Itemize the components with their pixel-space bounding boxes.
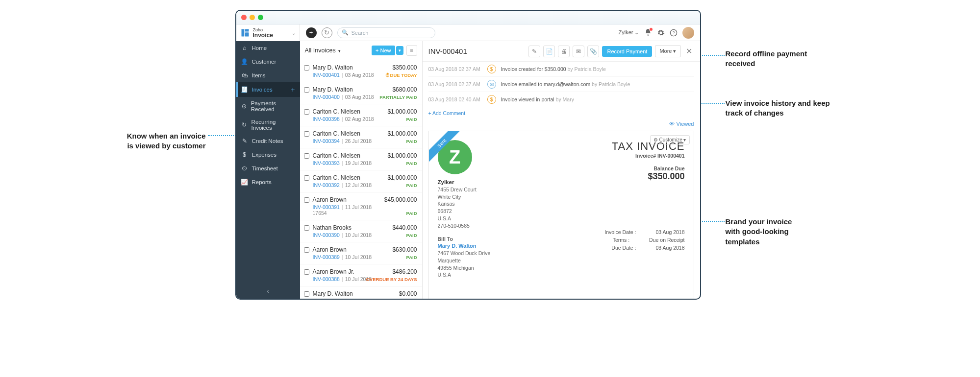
bill-to: Bill To Mary D. Walton 7467 Wood Duck Dr… bbox=[438, 236, 491, 279]
invoice-title-block: TAX INVOICE Invoice# INV-000401 Balance … bbox=[612, 140, 685, 279]
sidebar-item-payments-received[interactable]: ⊙Payments Received bbox=[236, 97, 300, 116]
row-checkbox[interactable] bbox=[304, 65, 309, 71]
invoice-row[interactable]: Carlton C. Nielsen$1,000.000INV-000393|1… bbox=[300, 148, 422, 170]
app-window: ZohoInvoice ⌄ ⌂Home👤Customer🛍Items🧾Invoi… bbox=[235, 10, 701, 300]
eye-icon: 👁 bbox=[669, 121, 675, 127]
org-switcher[interactable]: Zylker ⌄ bbox=[618, 29, 639, 36]
user-avatar[interactable] bbox=[682, 27, 694, 39]
history-icon: ✉ bbox=[487, 80, 496, 89]
more-dropdown[interactable]: More ▾ bbox=[655, 45, 680, 57]
nav-icon: $ bbox=[241, 151, 248, 158]
sidebar-item-expenses[interactable]: $Expenses bbox=[236, 148, 300, 162]
row-checkbox[interactable] bbox=[304, 175, 309, 181]
new-invoice-dropdown[interactable]: ▾ bbox=[396, 46, 403, 55]
sidebar-item-items[interactable]: 🛍Items bbox=[236, 69, 300, 82]
invoice-list-pane: All Invoices ▾ + New ▾ ≡ Mary D. Walton$… bbox=[300, 41, 423, 299]
list-view-toggle[interactable]: ≡ bbox=[406, 45, 417, 56]
sidebar-item-timesheet[interactable]: ⏲Timesheet bbox=[236, 162, 300, 175]
history-icon: $ bbox=[487, 95, 496, 104]
window-close[interactable] bbox=[241, 15, 247, 20]
row-checkbox[interactable] bbox=[304, 153, 309, 159]
invoice-row[interactable]: Aaron Brown Jr.$486.200INV-000388|10 Jul… bbox=[300, 264, 422, 286]
invoice-meta: Invoice Date :03 Aug 2018Terms :Due on R… bbox=[604, 229, 684, 253]
print-button[interactable]: 🖨 bbox=[558, 46, 570, 57]
company-address: Zylker 7455 Drew CourtWhite CityKansas66… bbox=[438, 178, 491, 229]
quick-add-button[interactable]: + bbox=[306, 27, 317, 38]
add-icon[interactable]: + bbox=[291, 86, 295, 94]
help-icon[interactable]: ? bbox=[670, 29, 678, 37]
invoice-row[interactable]: Carlton C. Nielsen$1,000.000INV-000398|0… bbox=[300, 104, 422, 126]
gear-icon[interactable] bbox=[657, 29, 665, 37]
nav-icon: 👤 bbox=[241, 58, 248, 65]
window-maximize[interactable] bbox=[258, 15, 263, 20]
row-checkbox[interactable] bbox=[304, 247, 309, 253]
edit-button[interactable]: ✎ bbox=[528, 46, 540, 57]
svg-rect-2 bbox=[245, 32, 249, 36]
nav-icon: 📈 bbox=[241, 179, 248, 186]
annotation-brand: Brand your invoicewith good-lookingtempl… bbox=[726, 217, 792, 247]
search-placeholder: Search bbox=[352, 30, 369, 36]
row-checkbox[interactable] bbox=[304, 87, 309, 93]
search-icon: 🔍 bbox=[342, 29, 349, 36]
invoice-row[interactable]: Mary D. Walton$680.000INV-000400|03 Aug … bbox=[300, 82, 422, 104]
chevron-down-icon: ⌄ bbox=[292, 30, 296, 36]
search-input[interactable]: 🔍 Search bbox=[337, 27, 435, 38]
invoice-row[interactable]: Aaron Brown$45,000.000INV-000391|11 Jul … bbox=[300, 192, 422, 220]
invoice-row[interactable]: Mary D. Walton$0.000INV-000387|09 Jul 20… bbox=[300, 286, 422, 299]
titlebar bbox=[236, 11, 700, 24]
customize-template-button[interactable]: ⚙ Customize ▾ bbox=[650, 135, 690, 144]
svg-text:?: ? bbox=[672, 30, 675, 35]
notifications-button[interactable] bbox=[644, 28, 652, 37]
window-minimize[interactable] bbox=[250, 15, 255, 20]
invoice-detail-pane: INV-000401 ✎ 📄 🖨 ✉ 📎 Record Payment More… bbox=[423, 41, 700, 299]
status-ribbon: Sent bbox=[429, 131, 463, 165]
svg-rect-0 bbox=[241, 29, 244, 37]
row-checkbox[interactable] bbox=[304, 225, 309, 231]
invoice-row[interactable]: Nathan Brooks$440.000INV-000390|10 Jul 2… bbox=[300, 220, 422, 242]
sidebar-item-reports[interactable]: 📈Reports bbox=[236, 175, 300, 189]
sidebar-item-home[interactable]: ⌂Home bbox=[236, 41, 300, 55]
nav-icon: ⌂ bbox=[241, 45, 248, 51]
attach-button[interactable]: 📎 bbox=[587, 46, 599, 57]
add-comment-link[interactable]: + Add Comment bbox=[428, 107, 694, 119]
brand-name: ZohoInvoice bbox=[253, 28, 273, 38]
invoice-preview: ⚙ Customize ▾ Sent Z Zylker 7455 Drew Co… bbox=[428, 131, 694, 299]
row-checkbox[interactable] bbox=[304, 109, 309, 115]
sidebar-item-credit-notes[interactable]: ✎Credit Notes bbox=[236, 134, 300, 148]
sidebar-collapse[interactable]: ‹ bbox=[236, 283, 300, 299]
history-icon: $ bbox=[487, 65, 496, 73]
sidebar-item-customer[interactable]: 👤Customer bbox=[236, 55, 300, 69]
notification-badge bbox=[649, 27, 653, 31]
recent-activity-button[interactable]: ↻ bbox=[322, 27, 332, 38]
new-invoice-button[interactable]: + New bbox=[372, 46, 395, 55]
customer-link[interactable]: Mary D. Walton bbox=[438, 243, 491, 249]
topbar: + ↻ 🔍 Search Zylker ⌄ ? bbox=[300, 24, 700, 41]
sidebar-item-invoices[interactable]: 🧾Invoices+ bbox=[236, 82, 300, 97]
sidebar: ZohoInvoice ⌄ ⌂Home👤Customer🛍Items🧾Invoi… bbox=[236, 24, 300, 299]
annotation-record-payment: Record offline paymentreceived bbox=[726, 49, 807, 69]
history-entry: 03 Aug 2018 02:37 AM$Invoice created for… bbox=[428, 62, 694, 77]
history-entry: 03 Aug 2018 02:37 AM✉Invoice emailed to … bbox=[428, 77, 694, 92]
viewed-indicator: 👁 Viewed bbox=[428, 119, 694, 129]
annotation-viewed: Know when an invoiceis viewed by custome… bbox=[118, 131, 206, 151]
nav-icon: ↻ bbox=[241, 121, 248, 128]
connector bbox=[700, 55, 725, 56]
row-checkbox[interactable] bbox=[304, 269, 309, 275]
nav-icon: ✎ bbox=[241, 138, 248, 144]
email-button[interactable]: ✉ bbox=[573, 46, 584, 57]
brand-switcher[interactable]: ZohoInvoice ⌄ bbox=[236, 24, 300, 41]
invoice-row[interactable]: Carlton C. Nielsen$1,000.000INV-000392|1… bbox=[300, 170, 422, 192]
row-checkbox[interactable] bbox=[304, 197, 309, 203]
invoice-row[interactable]: Mary D. Walton$350.000INV-000401|03 Aug … bbox=[300, 60, 422, 82]
row-checkbox[interactable] bbox=[304, 291, 309, 297]
pdf-button[interactable]: 📄 bbox=[543, 46, 555, 57]
invoice-row[interactable]: Aaron Brown$630.000INV-000389|10 Jul 201… bbox=[300, 242, 422, 264]
list-filter-dropdown[interactable]: All Invoices ▾ bbox=[305, 47, 341, 54]
close-detail-button[interactable]: ✕ bbox=[684, 47, 694, 56]
row-checkbox[interactable] bbox=[304, 131, 309, 137]
nav-icon: ⏲ bbox=[241, 165, 248, 172]
record-payment-button[interactable]: Record Payment bbox=[602, 46, 652, 57]
history-entry: 03 Aug 2018 02:40 AM$Invoice viewed in p… bbox=[428, 92, 694, 107]
sidebar-item-recurring-invoices[interactable]: ↻Recurring Invoices bbox=[236, 116, 300, 134]
invoice-row[interactable]: Carlton C. Nielsen$1,000.000INV-000394|2… bbox=[300, 126, 422, 148]
